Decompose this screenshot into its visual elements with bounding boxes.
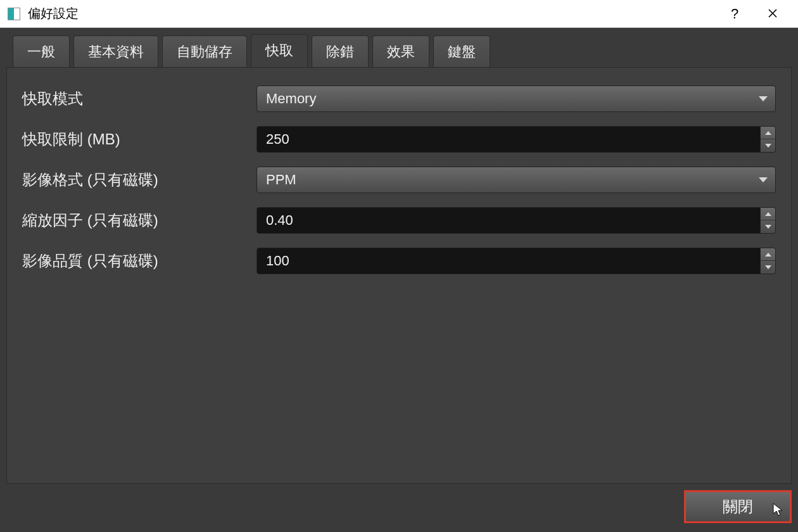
chevron-down-icon: [759, 96, 768, 101]
chevron-up-icon: [765, 131, 771, 135]
cache-mode-label: 快取模式: [22, 89, 256, 109]
preferences-window: 偏好設定 ? 一般 基本資料 自動儲存 快取 除錯 效果 鍵盤 快取模: [0, 0, 798, 532]
image-format-value: PPM: [266, 172, 296, 188]
window-close-button[interactable]: [754, 0, 792, 28]
row-image-quality: 影像品質 (只有磁碟) 100: [22, 248, 776, 274]
window-title: 偏好設定: [28, 5, 79, 22]
tab-autosave[interactable]: 自動儲存: [162, 35, 247, 68]
scale-factor-value[interactable]: 0.40: [257, 208, 760, 233]
help-button[interactable]: ?: [716, 0, 754, 28]
image-quality-step-down[interactable]: [761, 261, 775, 274]
image-quality-value[interactable]: 100: [257, 248, 760, 274]
image-quality-label: 影像品質 (只有磁碟): [22, 251, 256, 271]
row-cache-mode: 快取模式 Memory: [22, 86, 776, 112]
chevron-down-icon: [765, 225, 771, 229]
tab-label: 除錯: [326, 44, 354, 60]
row-image-format: 影像格式 (只有磁碟) PPM: [22, 167, 776, 193]
tabbar: 一般 基本資料 自動儲存 快取 除錯 效果 鍵盤: [6, 34, 792, 67]
close-icon: [768, 6, 778, 22]
cursor-icon: [772, 502, 785, 517]
image-quality-step-up[interactable]: [761, 248, 775, 261]
tab-effects[interactable]: 效果: [372, 35, 429, 68]
scale-factor-spinbox[interactable]: 0.40: [256, 207, 776, 234]
chevron-down-icon: [759, 177, 768, 182]
cache-limit-step-down[interactable]: [761, 139, 775, 152]
chevron-down-icon: [765, 265, 771, 269]
cache-limit-value[interactable]: 250: [257, 127, 760, 152]
chevron-up-icon: [765, 253, 771, 256]
close-button[interactable]: 關閉: [684, 490, 792, 523]
scale-factor-step-up[interactable]: [761, 208, 775, 220]
titlebar: 偏好設定 ?: [0, 0, 798, 28]
tab-keyboard[interactable]: 鍵盤: [433, 35, 490, 68]
tab-general[interactable]: 一般: [13, 35, 70, 68]
tab-cache[interactable]: 快取: [251, 34, 308, 67]
cache-limit-step-up[interactable]: [761, 127, 775, 139]
cache-mode-value: Memory: [266, 91, 316, 107]
image-format-label: 影像格式 (只有磁碟): [22, 170, 256, 190]
close-button-label: 關閉: [723, 497, 753, 517]
tab-label: 自動儲存: [177, 44, 232, 60]
cache-mode-select[interactable]: Memory: [256, 86, 776, 112]
tab-container: 一般 基本資料 自動儲存 快取 除錯 效果 鍵盤 快取模式 Memory: [6, 34, 792, 484]
scale-factor-step-down[interactable]: [761, 220, 775, 233]
scale-factor-label: 縮放因子 (只有磁碟): [22, 210, 256, 231]
app-icon: [8, 8, 20, 20]
tab-label: 基本資料: [88, 44, 144, 60]
cache-limit-label: 快取限制 (MB): [22, 129, 256, 149]
image-format-select[interactable]: PPM: [256, 167, 776, 193]
help-icon: ?: [731, 6, 738, 22]
tab-profile[interactable]: 基本資料: [73, 35, 158, 68]
tab-label: 一般: [27, 44, 55, 60]
chevron-down-icon: [765, 144, 771, 148]
image-quality-spinbox[interactable]: 100: [256, 248, 776, 274]
row-scale-factor: 縮放因子 (只有磁碟) 0.40: [22, 207, 776, 234]
cache-limit-spinbox[interactable]: 250: [256, 126, 776, 153]
tab-label: 快取: [265, 42, 293, 58]
client-area: 一般 基本資料 自動儲存 快取 除錯 效果 鍵盤 快取模式 Memory: [0, 28, 798, 532]
chevron-up-icon: [765, 212, 771, 216]
dialog-footer: 關閉: [6, 484, 792, 523]
tabpanel-cache: 快取模式 Memory 快取限制 (MB) 250: [6, 67, 792, 484]
tab-label: 效果: [387, 44, 415, 60]
tab-label: 鍵盤: [448, 44, 476, 60]
row-cache-limit: 快取限制 (MB) 250: [22, 126, 776, 153]
tab-debug[interactable]: 除錯: [312, 35, 369, 68]
